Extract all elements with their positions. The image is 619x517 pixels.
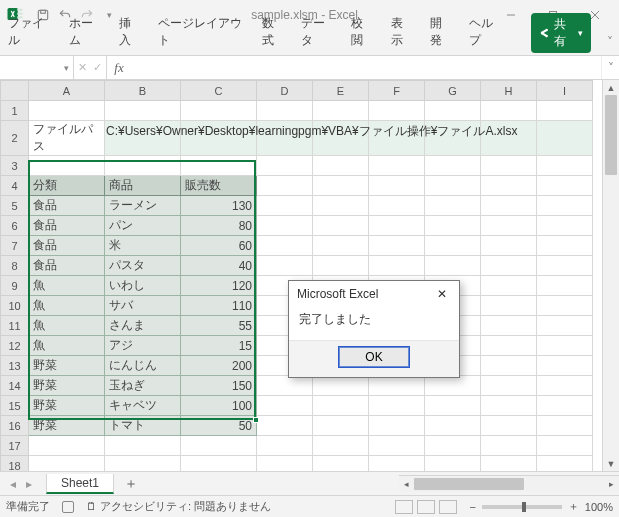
cell[interactable]: キャベツ [105, 396, 181, 416]
cell[interactable] [537, 256, 593, 276]
row-header[interactable]: 9 [1, 276, 29, 296]
cell[interactable] [481, 156, 537, 176]
horizontal-scrollbar[interactable]: ◂ ▸ [399, 475, 619, 492]
zoom-slider[interactable] [482, 505, 562, 509]
cell[interactable] [313, 236, 369, 256]
cell[interactable] [369, 236, 425, 256]
cell[interactable] [481, 276, 537, 296]
col-header[interactable]: A [29, 81, 105, 101]
select-all-corner[interactable] [1, 81, 29, 101]
cell[interactable]: 玉ねぎ [105, 376, 181, 396]
cell[interactable] [537, 296, 593, 316]
cell[interactable]: パン [105, 216, 181, 236]
cell[interactable] [257, 156, 313, 176]
cell[interactable] [425, 376, 481, 396]
cell[interactable] [29, 156, 105, 176]
cell[interactable] [257, 256, 313, 276]
cell[interactable] [257, 376, 313, 396]
cell[interactable] [537, 276, 593, 296]
cell[interactable]: 米 [105, 236, 181, 256]
cell[interactable] [481, 416, 537, 436]
cell[interactable] [369, 101, 425, 121]
tab-file[interactable]: ファイル [6, 11, 53, 55]
cell[interactable]: 野菜 [29, 416, 105, 436]
cell[interactable] [313, 456, 369, 472]
cell[interactable] [313, 196, 369, 216]
cell[interactable]: 野菜 [29, 396, 105, 416]
cell[interactable] [313, 396, 369, 416]
share-button[interactable]: 共有 ▾ [531, 13, 591, 53]
msgbox-close-icon[interactable]: ✕ [433, 287, 451, 301]
row-header[interactable]: 12 [1, 336, 29, 356]
cell[interactable] [257, 436, 313, 456]
row-header[interactable]: 10 [1, 296, 29, 316]
cell[interactable] [369, 436, 425, 456]
cell[interactable] [425, 456, 481, 472]
cell[interactable] [369, 396, 425, 416]
cell[interactable]: トマト [105, 416, 181, 436]
cell[interactable] [369, 216, 425, 236]
tab-data[interactable]: データ [299, 11, 335, 55]
cell[interactable]: 魚 [29, 296, 105, 316]
scroll-right-icon[interactable]: ▸ [604, 476, 619, 492]
row-header[interactable]: 13 [1, 356, 29, 376]
cell[interactable]: 野菜 [29, 376, 105, 396]
cell[interactable] [425, 156, 481, 176]
cell[interactable] [481, 436, 537, 456]
row-header[interactable]: 5 [1, 196, 29, 216]
cell[interactable] [481, 396, 537, 416]
row-header[interactable]: 4 [1, 176, 29, 196]
cell[interactable]: 商品 [105, 176, 181, 196]
row-header[interactable]: 1 [1, 101, 29, 121]
cell[interactable] [257, 196, 313, 216]
cell[interactable]: 魚 [29, 276, 105, 296]
cell[interactable] [537, 236, 593, 256]
row-header[interactable]: 17 [1, 436, 29, 456]
cell[interactable] [481, 216, 537, 236]
cell[interactable] [481, 336, 537, 356]
cell[interactable] [181, 156, 257, 176]
cell[interactable]: 販売数 [181, 176, 257, 196]
macro-record-icon[interactable] [62, 501, 74, 513]
cell[interactable] [425, 396, 481, 416]
scroll-down-icon[interactable]: ▼ [603, 456, 619, 471]
cell[interactable] [181, 101, 257, 121]
cell[interactable]: 食品 [29, 256, 105, 276]
tab-insert[interactable]: 挿入 [117, 11, 142, 55]
cell[interactable]: 80 [181, 216, 257, 236]
cell[interactable]: ファイルパス [29, 121, 105, 156]
cell[interactable] [181, 436, 257, 456]
cell[interactable] [481, 376, 537, 396]
cell[interactable] [425, 196, 481, 216]
cell[interactable] [313, 416, 369, 436]
cell[interactable] [29, 436, 105, 456]
cell[interactable] [481, 356, 537, 376]
cell[interactable] [369, 456, 425, 472]
cell[interactable] [425, 216, 481, 236]
cell[interactable] [481, 101, 537, 121]
cell[interactable] [425, 236, 481, 256]
cell[interactable]: ラーメン [105, 196, 181, 216]
cell[interactable]: 200 [181, 356, 257, 376]
cell[interactable] [537, 216, 593, 236]
cell[interactable] [105, 456, 181, 472]
col-header[interactable]: D [257, 81, 313, 101]
cell[interactable] [481, 316, 537, 336]
zoom-out-icon[interactable]: − [469, 501, 475, 513]
tab-pagelayout[interactable]: ページレイアウト [156, 11, 246, 55]
tab-developer[interactable]: 開発 [428, 11, 453, 55]
view-pagelayout-icon[interactable] [417, 500, 435, 514]
enter-icon[interactable]: ✓ [93, 61, 102, 74]
cell[interactable] [481, 236, 537, 256]
sheet-nav-next-icon[interactable]: ▸ [22, 477, 36, 491]
formula-expand-icon[interactable]: ˅ [601, 56, 619, 79]
cell[interactable]: パスタ [105, 256, 181, 276]
cell[interactable] [257, 236, 313, 256]
cell[interactable] [181, 456, 257, 472]
cell[interactable] [29, 456, 105, 472]
cell[interactable]: さんま [105, 316, 181, 336]
cell[interactable] [537, 156, 593, 176]
cell[interactable] [369, 416, 425, 436]
cell[interactable] [257, 176, 313, 196]
row-header[interactable]: 18 [1, 456, 29, 472]
